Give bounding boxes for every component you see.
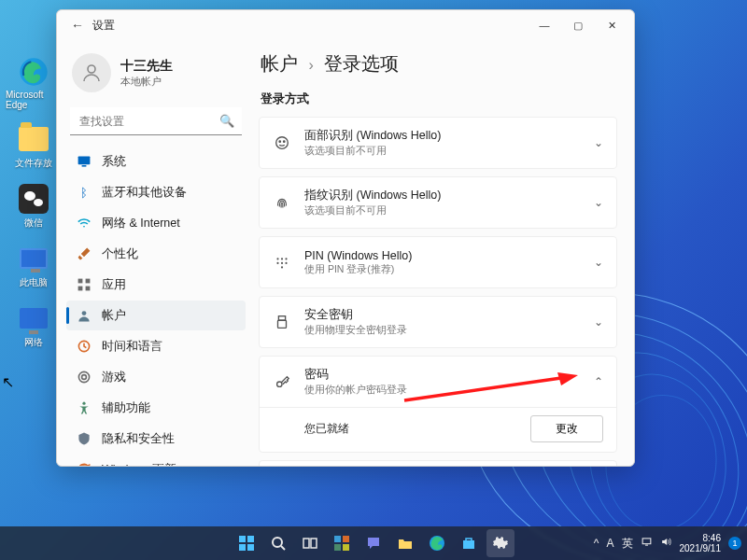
sidebar-item-label: 帐户: [102, 308, 126, 324]
option-face[interactable]: 面部识别 (Windows Hello) 该选项目前不可用 ⌄: [259, 117, 617, 169]
desktop-icon-label: 文件存放: [15, 157, 52, 170]
store-button[interactable]: [455, 529, 483, 557]
svg-rect-10: [78, 279, 83, 284]
svg-rect-46: [343, 544, 349, 551]
sidebar-item-network[interactable]: 网络 & Internet: [66, 208, 246, 238]
user-name: 十三先生: [120, 58, 173, 75]
ime-lang[interactable]: 英: [622, 536, 633, 552]
content: 帐户 › 登录选项 登录方式 面部识别 (Windows Hello) 该选项目…: [253, 40, 634, 466]
clock-icon: [76, 338, 92, 355]
tray-chevron-icon[interactable]: ^: [594, 537, 599, 550]
svg-rect-37: [247, 536, 254, 542]
minimize-button[interactable]: —: [528, 12, 561, 38]
sidebar-nav: 系统 ᛒ 蓝牙和其他设备 网络 & Internet 个性化: [66, 147, 246, 466]
svg-point-7: [88, 65, 95, 73]
update-icon: [76, 461, 92, 466]
sidebar-item-system[interactable]: 系统: [66, 147, 246, 176]
search-input[interactable]: [70, 107, 242, 135]
svg-rect-9: [82, 165, 87, 167]
search-icon: 🔍: [219, 114, 234, 128]
sidebar-item-bluetooth[interactable]: ᛒ 蓝牙和其他设备: [66, 177, 246, 207]
svg-point-24: [285, 258, 287, 259]
sidebar-item-accounts[interactable]: 帐户: [66, 301, 246, 330]
desktop: Microsoft Edge 文件存放 微信 此电脑 网络 ↖ ← 设置 — ▢…: [0, 0, 747, 560]
option-sub: 使用你的帐户密码登录: [304, 384, 581, 397]
accessibility-icon: [76, 399, 92, 416]
taskbar-tray[interactable]: ^ A 英 8:46 2021/9/11 1: [594, 533, 741, 553]
desktop-icon-thispc[interactable]: 此电脑: [6, 243, 62, 289]
svg-rect-11: [86, 279, 91, 284]
taskbar-clock[interactable]: 8:46 2021/9/11: [680, 533, 722, 553]
sidebar-item-label: 个性化: [102, 246, 138, 262]
option-sub: 使用 PIN 登录(推荐): [304, 263, 581, 276]
user-block[interactable]: 十三先生 本地帐户: [66, 48, 246, 105]
option-title: 面部识别 (Windows Hello): [304, 128, 581, 144]
desktop-icon-edge[interactable]: Microsoft Edge: [6, 56, 62, 110]
ime-mode[interactable]: A: [606, 537, 613, 550]
option-security-key[interactable]: 安全密钥 使用物理安全密钥登录 ⌄: [259, 296, 617, 348]
sidebar-item-accessibility[interactable]: 辅助功能: [66, 393, 246, 423]
sidebar-item-label: 隐私和安全性: [102, 431, 175, 447]
fingerprint-icon: [273, 194, 291, 211]
time-text: 8:46: [680, 533, 722, 543]
widgets-button[interactable]: [328, 529, 356, 557]
svg-rect-41: [303, 539, 309, 548]
svg-rect-12: [78, 287, 83, 291]
svg-point-23: [281, 258, 283, 259]
back-button[interactable]: ←: [66, 18, 89, 33]
sidebar-item-apps[interactable]: 应用: [66, 270, 246, 300]
breadcrumb-accounts[interactable]: 帐户: [261, 53, 298, 74]
system-icon: [76, 153, 92, 170]
chevron-right-icon: ›: [309, 57, 314, 73]
usb-key-icon: [273, 314, 291, 330]
option-pin[interactable]: PIN (Windows Hello) 使用 PIN 登录(推荐) ⌄: [259, 236, 617, 288]
option-password[interactable]: 密码 使用你的帐户密码登录 ⌃ 您已就绪 更改: [259, 356, 617, 453]
explorer-button[interactable]: [391, 529, 419, 557]
option-title: 指纹识别 (Windows Hello): [304, 188, 581, 203]
desktop-icon-wechat[interactable]: 微信: [6, 183, 62, 230]
option-sub: 该选项目前不可用: [304, 145, 581, 158]
edge-taskbar-button[interactable]: [423, 529, 451, 557]
bluetooth-icon: ᛒ: [76, 184, 92, 201]
svg-point-22: [276, 258, 278, 259]
chevron-down-icon: ⌄: [594, 315, 603, 329]
face-icon: [273, 134, 291, 151]
titlebar[interactable]: ← 设置 — ▢ ✕: [57, 10, 634, 40]
svg-point-18: [82, 402, 85, 405]
volume-tray-icon[interactable]: [660, 536, 672, 551]
chat-button[interactable]: [359, 529, 388, 557]
desktop-icon-label: Microsoft Edge: [6, 90, 62, 110]
gaming-icon: [76, 369, 92, 385]
settings-taskbar-button[interactable]: [486, 529, 514, 557]
desktop-icon-network[interactable]: 网络: [6, 302, 62, 349]
svg-point-27: [285, 262, 287, 264]
close-button[interactable]: ✕: [595, 12, 628, 38]
breadcrumb-signin: 登录选项: [324, 53, 399, 74]
sidebar-item-time[interactable]: 时间和语言: [66, 331, 246, 361]
network-desktop-icon: [18, 302, 49, 334]
svg-rect-36: [239, 536, 246, 542]
change-password-button[interactable]: 更改: [530, 415, 603, 442]
option-picture-password[interactable]: 图片密码 轻扫并点击你最喜爱的照片以解锁设备 ⌄: [259, 460, 617, 466]
start-button[interactable]: [233, 529, 261, 557]
desktop-icon-label: 此电脑: [20, 276, 48, 289]
notification-badge[interactable]: 1: [728, 537, 741, 550]
search-box[interactable]: 🔍: [70, 107, 242, 135]
settings-window: ← 设置 — ▢ ✕ 十三先生 本地帐户: [56, 9, 635, 467]
sidebar-item-update[interactable]: Windows 更新: [66, 455, 246, 466]
breadcrumb: 帐户 › 登录选项: [261, 51, 617, 77]
maximize-button[interactable]: ▢: [561, 12, 595, 38]
pin-icon: [273, 254, 291, 271]
desktop-icon-label: 网络: [24, 336, 43, 349]
desktop-icon-folder[interactable]: 文件存放: [6, 123, 62, 170]
sidebar-item-personalization[interactable]: 个性化: [66, 239, 246, 269]
sidebar-item-gaming[interactable]: 游戏: [66, 362, 246, 392]
option-fingerprint[interactable]: 指纹识别 (Windows Hello) 该选项目前不可用 ⌄: [259, 176, 617, 229]
sidebar-item-privacy[interactable]: 隐私和安全性: [66, 424, 246, 454]
taskbar-center: [233, 529, 514, 557]
search-button[interactable]: [264, 529, 292, 557]
task-view-button[interactable]: [296, 529, 324, 557]
network-tray-icon[interactable]: [641, 536, 653, 551]
taskbar[interactable]: ^ A 英 8:46 2021/9/11 1: [0, 526, 747, 560]
svg-rect-39: [247, 544, 254, 551]
